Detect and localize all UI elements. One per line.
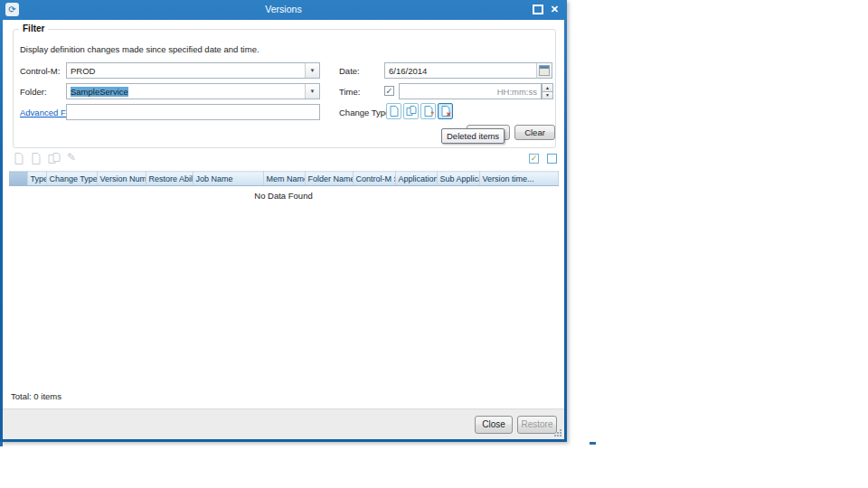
column-header-version-time[interactable]: Version time...	[479, 172, 558, 186]
document-icon	[32, 153, 41, 164]
change-type-new-button[interactable]: *	[420, 103, 436, 119]
clear-selection-button[interactable]	[547, 154, 557, 164]
calendar-icon	[539, 65, 550, 76]
empty-table-message: No Data Found	[9, 191, 558, 201]
time-spinner[interactable]: ▲ ▼	[542, 83, 553, 99]
total-items-label: Total: 0 items	[11, 391, 61, 401]
change-type-label: Change Type:	[339, 108, 392, 117]
versions-table: Type Change Type Version Num... Restore …	[9, 171, 559, 186]
controlm-value: PROD	[67, 66, 305, 76]
date-label: Date:	[339, 66, 360, 76]
document-icon	[14, 153, 24, 164]
table-header-row: Type Change Type Version Num... Restore …	[9, 172, 558, 186]
documents-icon	[48, 153, 61, 164]
controlm-label: Control-M:	[20, 66, 60, 76]
dialog-footer: Close Restore	[3, 408, 564, 439]
resize-grip[interactable]	[553, 428, 562, 437]
column-header-type[interactable]: Type	[27, 172, 46, 186]
check-icon: ✓	[385, 86, 392, 96]
screen-artifact	[0, 442, 3, 446]
chevron-down-icon[interactable]: ▼	[305, 84, 319, 99]
folder-combobox[interactable]: SampleService ▼	[66, 83, 320, 99]
column-header-application[interactable]: Application	[395, 172, 437, 186]
column-header-change-type[interactable]: Change Type	[46, 172, 97, 186]
documents-icon	[406, 106, 417, 117]
toolbar-new-version-button[interactable]	[14, 153, 24, 166]
advanced-filter-field[interactable]	[66, 104, 320, 120]
deleted-items-tooltip: Deleted items	[441, 128, 505, 144]
close-button[interactable]: Close	[475, 416, 513, 434]
screen: ⟳ Versions ✕ Filter Display definition c…	[0, 0, 868, 488]
close-icon[interactable]: ✕	[551, 5, 559, 14]
toolbar-compare-button[interactable]	[48, 153, 61, 166]
time-field[interactable]: HH:mm:ss	[399, 83, 542, 99]
date-field[interactable]: 6/16/2014	[384, 62, 552, 79]
filter-group: Filter Display definition changes made s…	[13, 29, 556, 148]
spinner-up-icon[interactable]: ▲	[542, 83, 553, 91]
filter-legend: Filter	[19, 23, 48, 33]
column-header-version-number[interactable]: Version Num...	[97, 172, 146, 186]
titlebar[interactable]: ⟳ Versions ✕	[0, 0, 567, 20]
window-title: Versions	[0, 4, 567, 14]
date-value: 6/16/2014	[385, 66, 536, 76]
column-header-controlm-server[interactable]: Control-M Se...	[353, 172, 395, 186]
folder-value: SampleService	[71, 87, 128, 97]
change-type-modified-button[interactable]	[403, 103, 419, 119]
column-header-folder-name[interactable]: Folder Name	[305, 172, 353, 186]
spinner-down-icon[interactable]: ▼	[542, 91, 553, 100]
change-type-deleted-button[interactable]: ✕	[438, 103, 453, 119]
clear-button[interactable]: Clear	[514, 125, 555, 140]
pencil-icon: ✎	[67, 151, 76, 164]
toolbar-copy-version-button[interactable]	[32, 153, 41, 166]
select-all-button[interactable]: ✓	[529, 154, 539, 164]
chevron-down-icon[interactable]: ▼	[305, 63, 319, 78]
time-checkbox[interactable]: ✓	[384, 86, 394, 96]
check-icon: ✓	[531, 154, 538, 163]
dialog-content: Filter Display definition changes made s…	[3, 20, 564, 439]
controlm-combobox[interactable]: PROD ▼	[66, 62, 320, 79]
screen-artifact	[590, 442, 596, 445]
column-header-mem-name[interactable]: Mem Name	[263, 172, 305, 186]
column-header-job-name[interactable]: Job Name	[193, 172, 263, 186]
change-type-all-button[interactable]	[386, 103, 401, 119]
column-header-select[interactable]	[9, 172, 27, 186]
versions-dialog: ⟳ Versions ✕ Filter Display definition c…	[0, 0, 567, 442]
time-label: Time:	[339, 87, 360, 97]
calendar-button[interactable]	[536, 63, 552, 78]
column-header-restore-ability[interactable]: Restore Ability	[146, 172, 193, 186]
folder-label: Folder:	[20, 87, 47, 97]
maximize-icon[interactable]	[533, 5, 543, 14]
column-header-sub-application[interactable]: Sub Applicati...	[437, 172, 479, 186]
asterisk-icon: *	[430, 109, 434, 118]
time-placeholder: HH:mm:ss	[400, 87, 541, 97]
restore-button[interactable]: Restore	[517, 416, 557, 434]
toolbar-edit-button[interactable]: ✎	[67, 152, 76, 164]
document-icon	[390, 106, 399, 117]
filter-description: Display definition changes made since sp…	[20, 44, 259, 54]
x-mark-icon: ✕	[446, 111, 451, 118]
